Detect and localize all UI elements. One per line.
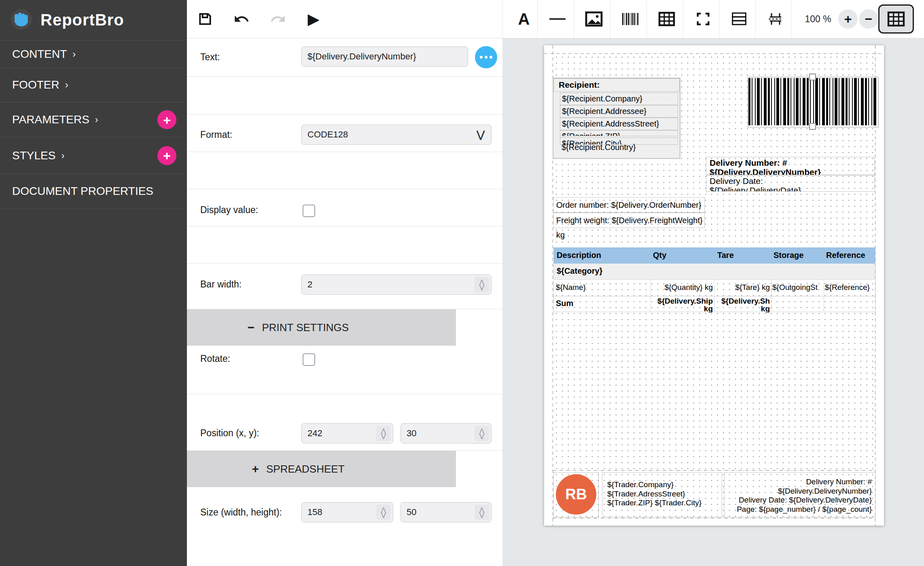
report-page[interactable]: Recipient: ${Recipient.Company} ${Recipi… [544,45,884,526]
footer-logo-image[interactable]: RB [553,472,599,517]
edit-text-popup-button[interactable] [475,46,497,68]
sum-label-cell[interactable]: Sum [556,299,573,308]
property-row-format: Format: CODE128 ⋁ [187,77,502,115]
text-element-icon: A [518,10,530,28]
recipient-title[interactable]: Recipient: [553,78,680,92]
table-header-row[interactable]: Description Qty Tare Storage Reference [554,247,875,264]
delivery-number-label: Delivery Number: # [706,157,874,168]
chevron-down-icon: ⋁ [381,512,386,517]
trader-zip-city: ${Trader.ZIP} ${Trader.City} [607,498,722,508]
zoom-level: 100 % [800,0,836,38]
storage-cell[interactable]: ${OutgoingSt [772,283,823,292]
toolbar: ▶ A [187,0,924,38]
selection-handle-bottom[interactable] [809,123,816,130]
add-image-button[interactable] [578,0,610,38]
footer-delivery-date: Delivery Date: ${Delivery.DeliveryDate} [725,496,872,505]
category-cell[interactable]: ${Category} [557,266,602,276]
footer-trader-text[interactable]: ${Trader.Company} ${Trader.AdressStreet}… [602,472,722,517]
footer-band-bottom-guide [553,518,875,518]
sidebar-item-content[interactable]: CONTENT › [0,40,187,68]
table-header-cell[interactable]: Reference [826,251,865,260]
sidebar-item-label: PARAMETERS [12,113,89,126]
footer-delivery-info-text[interactable]: Delivery Number: # ${Delivery.DeliveryNu… [724,472,875,517]
image-element-icon [585,11,603,27]
properties-panel: Text: Format: CODE128 ⋁ Display value: B… [187,38,502,566]
selection-handle-top[interactable] [809,74,816,80]
text-input[interactable] [301,46,468,67]
size-width-input[interactable]: 158 ⋀⋁ [301,502,393,522]
size-label: Size (width, height): [200,507,282,518]
zoom-in-button[interactable]: + [836,0,860,38]
add-frame-button[interactable] [687,0,719,38]
redo-button[interactable] [264,0,292,38]
size-height-input[interactable]: 50 ⋀⋁ [401,502,492,522]
recipient-frame[interactable]: Recipient: ${Recipient.Company} ${Recipi… [553,78,680,158]
add-style-button[interactable]: + [157,146,176,165]
delivery-date-text[interactable]: Delivery Date: ${Delivery.DeliveryDate} [706,175,875,192]
table-header-cell[interactable]: Description [557,251,601,260]
sidebar-item-footer[interactable]: FOOTER › [0,68,187,102]
chevron-right-icon: › [95,114,98,125]
chevron-down-icon: ⋁ [479,512,484,517]
barcode-element-icon [622,13,638,25]
add-barcode-button[interactable] [614,0,646,38]
recipient-country[interactable]: ${Recipient.Country} [560,142,678,155]
order-number-text[interactable]: Order number: ${Delivery.OrderNumber} [553,197,705,213]
reportbro-designer: ReportBro CONTENT › FOOTER › PARAMETERS … [0,0,924,566]
recipient-addressee[interactable]: ${Recipient.Addressee} [560,105,678,118]
delivery-date-label: Delivery Date: [706,175,874,186]
margin-guide-top [544,53,884,54]
save-button[interactable] [191,0,219,38]
add-text-button[interactable]: A [507,0,541,38]
ellipsis-icon [480,56,483,59]
sum-tare-cell[interactable]: ${Delivery.Sh kg [715,297,770,313]
stepper-buttons[interactable]: ⋀⋁ [376,505,391,520]
print-settings-section-header[interactable]: − PRINT SETTINGS [140,309,456,346]
name-cell[interactable]: ${Name} [556,283,586,292]
add-section-button[interactable] [723,0,755,38]
table-sum-row[interactable]: Sum ${Delivery.Ship kg ${Delivery.Sh kg [554,296,875,312]
sum-qty-cell[interactable]: ${Delivery.Ship kg [651,297,713,313]
sidebar-item-styles[interactable]: STYLES › + [0,137,187,174]
toolbar-divider [755,0,756,38]
spreadsheet-section-header[interactable]: + SPREADSHEET [140,451,456,487]
undo-button[interactable] [227,0,256,38]
spreadsheet-label: SPREADSHEET [266,463,345,475]
table-header-cell[interactable]: Qty [653,251,666,260]
recipient-zip[interactable]: ${Recipient.ZIP} [560,130,678,136]
sidebar-item-label: STYLES [12,149,55,162]
delivery-number-value: ${Delivery.DeliveryNumber} [710,167,821,175]
stepper-buttons[interactable]: ⋀⋁ [475,505,489,520]
add-table-button[interactable] [651,0,683,38]
document-canvas: Recipient: ${Recipient.Company} ${Recipi… [502,38,924,566]
sidebar: ReportBro CONTENT › FOOTER › PARAMETERS … [0,0,187,566]
table-group-row[interactable]: ${Category} [554,264,875,280]
table-element[interactable]: Description Qty Tare Storage Reference $… [553,247,875,312]
sidebar-item-label: FOOTER [12,78,59,91]
barcode-element[interactable] [748,78,877,125]
toolbar-divider [502,0,503,38]
sidebar-item-parameters[interactable]: PARAMETERS › + [0,102,187,137]
add-line-button[interactable] [541,0,574,38]
property-row-remove-when-empty: Remove when empty: [187,394,502,451]
table-header-cell[interactable]: Storage [774,251,803,260]
delivery-number-text[interactable]: Delivery Number: # ${Delivery.DeliveryNu… [706,157,875,175]
collapse-icon: − [248,321,255,334]
table-header-cell[interactable]: Tare [717,251,734,260]
add-page-break-button[interactable] [759,0,792,38]
table-content-row[interactable]: ${Name} ${Quantity} kg ${Tare} kg ${Outg… [554,280,875,296]
qty-cell[interactable]: ${Quantity} kg [651,283,713,292]
freight-weight-text[interactable]: Freight weight: ${Delivery.FreightWeight… [553,213,705,228]
sidebar-item-document-properties[interactable]: DOCUMENT PROPERTIES [0,174,187,209]
preview-button[interactable]: ▶ [299,0,328,38]
table-element-icon [658,12,675,26]
add-parameter-button[interactable]: + [157,110,176,129]
reference-cell[interactable]: ${Reference} [825,283,875,292]
recipient-street[interactable]: ${Recipient.AddressStreet} [560,118,678,130]
recipient-company[interactable]: ${Recipient.Company} [560,93,678,105]
column-divider [714,280,714,312]
redo-icon [270,11,286,27]
toolbar-divider [537,0,538,38]
toggle-grid-button[interactable] [875,0,918,38]
tare-cell[interactable]: ${Tare} kg [715,283,770,292]
